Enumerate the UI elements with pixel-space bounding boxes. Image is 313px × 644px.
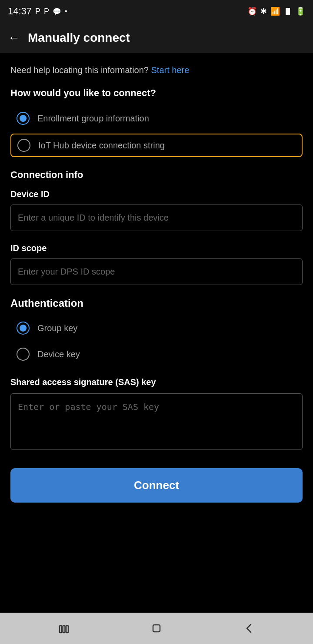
nav-back-icon[interactable] (243, 622, 255, 634)
sas-key-input[interactable] (10, 393, 303, 450)
connect-button[interactable]: Connect (10, 468, 303, 503)
group-key-radio-circle[interactable] (17, 322, 30, 335)
start-here-link[interactable]: Start here (151, 65, 190, 75)
main-content: Need help locating this information? Sta… (0, 53, 313, 613)
svg-rect-0 (60, 626, 62, 633)
svg-rect-2 (66, 626, 68, 633)
device-id-label: Device ID (10, 189, 303, 199)
top-nav: ← Manually connect (0, 23, 313, 53)
enrollment-radio-inner (20, 115, 27, 122)
group-key-label: Group key (37, 323, 77, 333)
bottom-nav (0, 613, 313, 644)
status-bar: 14:37 P P 💬 • ⏰ ✱ 📶 ▐▌ 🔋 (0, 0, 313, 23)
iot-hub-label: IoT Hub device connection string (38, 141, 165, 151)
connection-type-radio-group: Enrollment group information IoT Hub dev… (10, 107, 303, 157)
connect-section-title: How would you like to connect? (10, 87, 303, 99)
svg-rect-1 (63, 626, 65, 633)
device-id-input[interactable] (10, 205, 303, 231)
enrollment-option[interactable]: Enrollment group information (10, 107, 303, 129)
enrollment-label: Enrollment group information (37, 114, 149, 124)
status-time: 14:37 P P 💬 • (8, 6, 67, 17)
auth-section-title: Authentication (10, 297, 303, 309)
battery-icon: 🔋 (296, 7, 305, 16)
bluetooth-icon: ✱ (260, 7, 267, 16)
group-key-radio-inner (20, 325, 27, 332)
sas-key-title: Shared access signature (SAS) key (10, 377, 303, 387)
device-key-option[interactable]: Device key (10, 343, 303, 365)
status-icons: ⏰ ✱ 📶 ▐▌ 🔋 (247, 7, 305, 16)
group-key-option[interactable]: Group key (10, 317, 303, 339)
auth-radio-group: Group key Device key (10, 317, 303, 365)
enrollment-radio-circle[interactable] (17, 112, 30, 125)
id-scope-input[interactable] (10, 258, 303, 285)
id-scope-label: ID scope (10, 243, 303, 253)
svg-rect-3 (153, 625, 160, 632)
help-text: Need help locating this information? Sta… (10, 65, 303, 75)
connection-info-title: Connection info (10, 169, 303, 181)
nav-recents-icon[interactable] (58, 622, 70, 634)
alarm-icon: ⏰ (247, 7, 257, 16)
device-key-label: Device key (37, 349, 80, 359)
iot-hub-option[interactable]: IoT Hub device connection string (10, 134, 303, 157)
iot-hub-radio-circle[interactable] (17, 139, 30, 152)
signal-icon: ▐▌ (283, 8, 292, 15)
device-key-radio-circle[interactable] (17, 348, 30, 361)
nav-home-icon[interactable] (150, 622, 163, 634)
wifi-icon: 📶 (270, 7, 280, 16)
page-title: Manually connect (28, 31, 130, 45)
back-button[interactable]: ← (8, 31, 20, 45)
